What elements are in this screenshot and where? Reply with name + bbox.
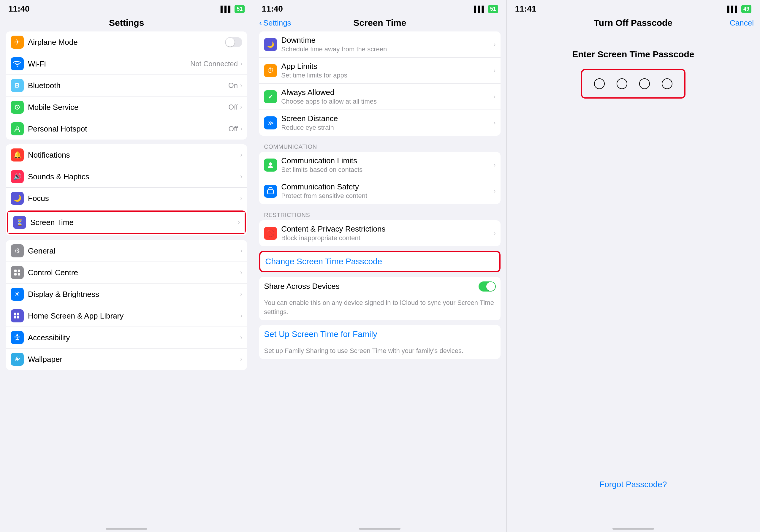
- passcode-group: Change Screen Time Passcode: [261, 252, 499, 271]
- svg-rect-8: [17, 313, 19, 315]
- family-setup-item[interactable]: Set Up Screen Time for Family: [259, 325, 500, 344]
- settings-panel: 11:40 ▌▌▌ 51 Settings ✈ Airplane Mode: [0, 0, 253, 532]
- comm-safety-item[interactable]: Communication Safety Protect from sensit…: [259, 178, 500, 204]
- screen-time-item[interactable]: ⏳ Screen Time ›: [8, 212, 245, 233]
- status-icons-3: ▌▌▌ 49: [727, 5, 751, 13]
- comm-limits-item[interactable]: Communication Limits Set limits based on…: [259, 152, 500, 178]
- display-icon: ☀: [11, 288, 24, 301]
- accessibility-item[interactable]: Accessibility ›: [6, 327, 247, 349]
- display-item[interactable]: ☀ Display & Brightness ›: [6, 283, 247, 305]
- airplane-mode-toggle[interactable]: [225, 37, 242, 47]
- content-privacy-item[interactable]: 🚫 Content & Privacy Restrictions Block i…: [259, 220, 500, 246]
- signal-icon-2: ▌▌▌: [474, 6, 486, 13]
- sounds-chevron: ›: [240, 173, 242, 180]
- svg-rect-15: [267, 190, 273, 194]
- status-time-3: 11:41: [515, 4, 537, 14]
- passcode-panel-title: Turn Off Passcode: [594, 18, 673, 28]
- wifi-chevron: ›: [240, 60, 242, 68]
- control-centre-item[interactable]: Control Centre ›: [6, 262, 247, 283]
- control-centre-chevron: ›: [240, 269, 242, 276]
- downtime-icon: 🌙: [264, 38, 277, 51]
- share-devices-item[interactable]: Share Across Devices: [259, 277, 500, 296]
- passcode-dot-1: [594, 78, 605, 89]
- system-group: ⚙ General › Control Centre: [6, 240, 247, 370]
- general-item[interactable]: ⚙ General ›: [6, 240, 247, 262]
- hotspot-item[interactable]: Personal Hotspot Off ›: [6, 118, 247, 139]
- control-centre-label: Control Centre: [28, 268, 240, 277]
- app-limits-chevron: ›: [494, 67, 496, 74]
- hotspot-icon: [11, 122, 24, 135]
- content-privacy-sublabel: Block inappropriate content: [281, 234, 494, 242]
- wifi-value: Not Connected: [190, 60, 238, 68]
- notifications-icon: 🔔: [11, 148, 24, 162]
- screen-time-title: Screen Time: [354, 18, 406, 28]
- share-devices-description: You can enable this on any device signed…: [259, 296, 500, 320]
- screen-time-label: Screen Time: [30, 218, 238, 227]
- bluetooth-item[interactable]: B Bluetooth On ›: [6, 75, 247, 96]
- svg-rect-6: [18, 273, 20, 275]
- cancel-button[interactable]: Cancel: [730, 19, 754, 27]
- notifications-chevron: ›: [240, 151, 242, 159]
- home-screen-item[interactable]: Home Screen & App Library ›: [6, 305, 247, 327]
- sounds-item[interactable]: 🔊 Sounds & Haptics ›: [6, 166, 247, 188]
- status-icons-1: ▌▌▌ 51: [220, 5, 245, 13]
- home-screen-label: Home Screen & App Library: [28, 312, 240, 321]
- comm-limits-icon: [264, 159, 277, 171]
- signal-icon-3: ▌▌▌: [727, 6, 739, 13]
- status-icons-2: ▌▌▌ 51: [474, 5, 498, 13]
- settings-back-button[interactable]: ‹ Settings: [259, 18, 291, 27]
- always-allowed-chevron: ›: [494, 93, 496, 101]
- notifications-item[interactable]: 🔔 Notifications ›: [6, 144, 247, 166]
- bluetooth-icon: B: [11, 79, 24, 92]
- back-label: Settings: [263, 19, 291, 27]
- svg-rect-9: [14, 315, 16, 318]
- accessibility-icon: [11, 331, 24, 344]
- screen-time-panel: 11:40 ▌▌▌ 51 ‹ Settings Screen Time 🌙 Do…: [253, 0, 506, 532]
- comm-limits-sublabel: Set limits based on contacts: [281, 166, 494, 174]
- home-indicator-3: [507, 525, 760, 532]
- always-allowed-label: Always Allowed: [281, 88, 494, 97]
- screen-distance-item[interactable]: ≫ Screen Distance Reduce eye strain ›: [259, 110, 500, 136]
- change-passcode-item[interactable]: Change Screen Time Passcode: [261, 252, 499, 271]
- focus-item[interactable]: 🌙 Focus ›: [6, 188, 247, 209]
- always-allowed-sublabel: Choose apps to allow at all times: [281, 98, 494, 105]
- forgot-passcode-button[interactable]: Forgot Passcode?: [599, 480, 667, 489]
- downtime-item[interactable]: 🌙 Downtime Schedule time away from the s…: [259, 31, 500, 58]
- comm-safety-label: Communication Safety: [281, 182, 494, 191]
- app-limits-item[interactable]: ⏱ App Limits Set time limits for apps ›: [259, 58, 500, 84]
- settings-title: Settings: [109, 18, 144, 28]
- screen-time-nav-bar: ‹ Settings Screen Time: [253, 16, 506, 31]
- bluetooth-label: Bluetooth: [28, 81, 228, 90]
- share-devices-group: Share Across Devices You can enable this…: [259, 277, 500, 320]
- app-limits-label: App Limits: [281, 62, 494, 71]
- wallpaper-item[interactable]: ❀ Wallpaper ›: [6, 349, 247, 370]
- notifications-label: Notifications: [28, 151, 240, 160]
- share-devices-toggle[interactable]: [479, 281, 496, 292]
- comm-safety-icon: [264, 185, 277, 198]
- screen-distance-label: Screen Distance: [281, 114, 494, 123]
- general-chevron: ›: [240, 247, 242, 255]
- app-limits-sublabel: Set time limits for apps: [281, 72, 494, 79]
- always-allowed-item[interactable]: ✔ Always Allowed Choose apps to allow at…: [259, 84, 500, 110]
- family-group: Set Up Screen Time for Family Set up Fam…: [259, 325, 500, 359]
- airplane-mode-item[interactable]: ✈ Airplane Mode: [6, 31, 247, 53]
- comm-safety-sublabel: Protect from sensitive content: [281, 192, 494, 200]
- settings-list: ✈ Airplane Mode Wi-Fi Not Connected ›: [0, 31, 253, 525]
- family-setup-label: Set Up Screen Time for Family: [264, 329, 377, 339]
- restrictions-section-header: RESTRICTIONS: [259, 209, 500, 220]
- wallpaper-label: Wallpaper: [28, 355, 240, 364]
- passcode-dot-2: [617, 78, 627, 89]
- always-allowed-icon: ✔: [264, 90, 277, 103]
- wifi-item[interactable]: Wi-Fi Not Connected ›: [6, 53, 247, 75]
- wallpaper-chevron: ›: [240, 355, 242, 363]
- comm-safety-chevron: ›: [494, 187, 496, 195]
- status-bar-3: 11:41 ▌▌▌ 49: [507, 0, 760, 16]
- airplane-mode-label: Airplane Mode: [28, 38, 225, 47]
- mobile-item[interactable]: Mobile Service Off ›: [6, 96, 247, 118]
- battery-badge-2: 51: [488, 5, 498, 13]
- back-chevron-icon: ‹: [259, 18, 262, 27]
- mobile-value: Off: [228, 103, 238, 111]
- connectivity-group: ✈ Airplane Mode Wi-Fi Not Connected ›: [6, 31, 247, 139]
- hotspot-label: Personal Hotspot: [28, 124, 228, 134]
- display-label: Display & Brightness: [28, 290, 240, 299]
